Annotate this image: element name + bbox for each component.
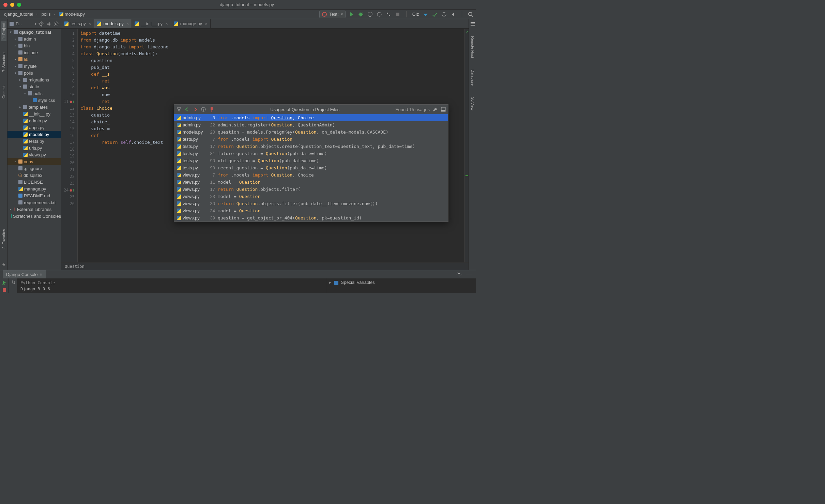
line-number[interactable]: 25 [63,194,75,200]
usage-row[interactable]: tests.py17return Question.objects.create… [174,143,448,150]
usage-row[interactable]: views.py39question = get_object_or_404(Q… [174,214,448,222]
close-icon[interactable]: × [126,21,129,26]
usage-row[interactable]: tests.py90old_question = Question(pub_da… [174,157,448,164]
line-number[interactable]: 24●↑ [63,187,75,194]
maximize-window-button[interactable] [17,3,21,7]
coverage-icon[interactable] [367,12,373,17]
line-number[interactable]: 2 [63,37,75,44]
line-number[interactable]: 8 [63,78,75,85]
line-number[interactable]: 12 [63,105,75,112]
chevron-right-icon[interactable]: ▸ [14,64,17,68]
tree-node-djangotutorial[interactable]: ▾django_tutorial [7,29,61,35]
close-icon[interactable]: × [89,21,91,26]
marker[interactable] [465,175,468,176]
code-line[interactable]: def __s [80,71,462,78]
usage-row[interactable]: views.py34model = Question [174,207,448,214]
editor-gutter[interactable]: 1234567891011●↑1213141516171819202122232… [61,29,78,262]
minimize-window-button[interactable] [10,3,14,7]
star-icon[interactable]: ★ [2,262,6,267]
project-tree[interactable]: ▾django_tutorial▸admin▸bininclude▸lib▸my… [7,29,61,270]
chevron-right-icon[interactable]: ▸ [9,208,12,211]
chevron-down-icon[interactable]: ▾ [9,30,12,34]
run-configuration-selector[interactable]: Test: ▾ [319,11,345,18]
toolwindow-tab-structure[interactable]: 7: Structure [1,50,6,74]
profiler-icon[interactable] [377,12,382,17]
toolwindow-tab-favorites[interactable]: 2: Favorites [1,227,6,250]
code-line[interactable]: def was [80,85,462,91]
close-icon[interactable]: × [205,21,208,26]
tree-node-mysite[interactable]: ▸mysite [7,63,61,70]
tree-node-initpy[interactable]: __init__.py [7,110,61,117]
chevron-down-icon[interactable]: ▾ [14,71,17,75]
stop-icon[interactable] [395,12,400,17]
tree-node-lib[interactable]: ▸lib [7,56,61,63]
line-number[interactable]: 9 [63,85,75,91]
crumb-django_tutorial[interactable]: django_tutorial [3,11,39,17]
line-number[interactable]: 26 [63,200,75,207]
tree-node-managepy[interactable]: manage.py [7,185,61,192]
run-icon[interactable] [349,12,354,17]
attach-icon[interactable] [11,280,16,285]
line-number[interactable]: 23 [63,180,75,187]
filter-icon[interactable] [176,107,182,112]
chevron-right-icon[interactable]: ▸ [14,160,17,163]
usage-row[interactable]: tests.py7from .models import Question [174,136,448,143]
prev-usage-icon[interactable] [184,107,190,112]
usage-row[interactable]: admin.py22admin.site.register(Question, … [174,121,448,128]
tree-node-polls[interactable]: ▾polls [7,90,61,97]
usage-row[interactable]: models.py20question = models.ForeignKey(… [174,128,448,136]
tree-node-appspy[interactable]: apps.py [7,124,61,131]
toolwindow-tab-remotehost[interactable]: Remote Host [470,34,475,60]
code-line[interactable]: ret [80,98,462,105]
expand-all-icon[interactable] [46,21,51,27]
line-number[interactable]: 11●↑ [63,98,75,105]
line-number[interactable]: 4 [63,50,75,57]
line-number[interactable]: 19 [63,153,75,159]
menu-icon[interactable] [470,21,475,27]
code-line[interactable]: pub_dat [80,64,462,71]
usage-row[interactable]: views.py30return Question.objects.filter… [174,200,448,207]
chevron-down-icon[interactable]: ▾ [23,92,27,95]
usage-row[interactable]: views.py17return Question.objects.filter… [174,186,448,193]
next-usage-icon[interactable] [193,107,198,112]
tree-node-templates[interactable]: ▸templates [7,104,61,110]
open-toolwindow-icon[interactable] [441,107,446,112]
line-number[interactable]: 18 [63,146,75,153]
line-number[interactable]: 3 [63,44,75,50]
code-breadcrumb[interactable]: Question [61,262,469,270]
chevron-right-icon[interactable]: ▸ [14,37,17,41]
tree-node-viewspy[interactable]: views.py [7,151,61,158]
line-number[interactable]: 6 [63,64,75,71]
close-icon[interactable]: × [40,272,43,277]
tree-node-dbsqlite3[interactable]: ⛁db.sqlite3 [7,172,61,179]
line-number[interactable]: 22 [63,173,75,180]
tree-node-license[interactable]: LICENSE [7,179,61,185]
toolwindow-tab-commit[interactable]: Commit [1,83,6,101]
chevron-right-icon[interactable]: ▸ [18,105,22,109]
concurrency-icon[interactable] [386,12,391,17]
chevron-down-icon[interactable]: ▾ [18,85,22,88]
breadcrumb[interactable]: django_tutorialpollsmodels.py [3,11,319,17]
usage-row[interactable]: views.py7from .models import Question, C… [174,171,448,179]
usage-row[interactable]: tests.py81future_question = Question(pub… [174,150,448,157]
pin-icon[interactable] [209,107,214,112]
tree-node-migrations[interactable]: ▸migrations [7,76,61,83]
code-line[interactable]: from django.db import models [80,37,462,44]
editor-tab-managepy[interactable]: manage.py× [171,19,211,28]
tree-node-gitignore[interactable]: .gitignore [7,165,61,172]
editor-tab-testspy[interactable]: tests.py× [61,19,94,28]
code-line[interactable]: import datetime [80,30,462,37]
chevron-right-icon[interactable]: ▸ [18,78,22,81]
vcs-commit-icon[interactable] [432,12,438,17]
tree-node-requirementstxt[interactable]: requirements.txt [7,199,61,206]
vcs-rollback-icon[interactable] [450,12,456,17]
chevron-right-icon[interactable]: ▸ [14,58,17,61]
tree-node-urlspy[interactable]: urls.py [7,144,61,151]
tree-node-scratchesandconsoles[interactable]: Scratches and Consoles [7,213,61,219]
chevron-right-icon[interactable]: ▸ [329,280,332,285]
tree-node-stylecss[interactable]: style.css [7,97,61,104]
close-window-button[interactable] [3,3,7,7]
code-line[interactable]: now [80,91,462,98]
chevron-right-icon[interactable]: ▸ [14,44,17,47]
code-line[interactable]: ret [80,78,462,85]
